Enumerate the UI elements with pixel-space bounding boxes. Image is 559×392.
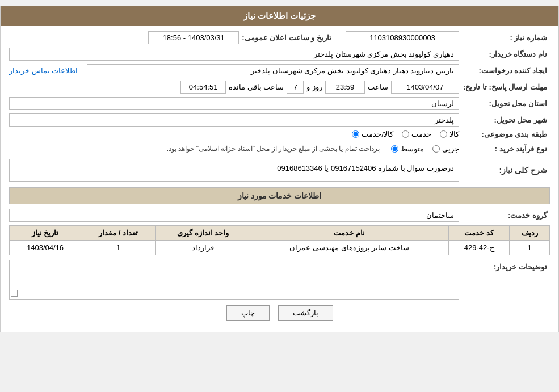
main-container: جزئیات اطلاعات نیاز شماره نیاز : 1103108… <box>0 6 559 332</box>
col-radif: ردیف <box>510 226 550 241</box>
noFarayand-label: نوع فرآیند خرید : <box>459 145 550 153</box>
shahrMahale-label: شهر محل تحویل: <box>459 116 550 124</box>
ijadKonnande-label: ایجاد کننده درخواست: <box>459 66 550 75</box>
mohlatErsal-date: 1403/04/07 <box>391 81 459 94</box>
row-noFarayand: نوع فرآیند خرید : جزیی متوسط پرداخت تمام… <box>9 142 550 155</box>
groheKhadamat-value: ساختمان <box>9 209 459 222</box>
content-area: شماره نیاز : 1103108930000003 تاریخ و سا… <box>1 26 558 332</box>
etelaatTamass-link[interactable]: اطلاعات تماس خریدار <box>9 66 78 75</box>
kala-label: کالا <box>449 130 459 138</box>
shomareNiaz-label: شماره نیاز : <box>459 33 550 42</box>
ostanMahale-label: استان محل تحویل: <box>459 99 550 108</box>
cell-0-4: 1 <box>81 241 156 255</box>
ostanMahale-value: لرستان <box>9 97 459 110</box>
row-mohlatErsal: مهلت ارسال پاسخ: تا تاریخ: 1403/04/07 سا… <box>9 81 550 94</box>
roz-label: روز و <box>306 83 322 91</box>
row-shahrMahale: شهر محل تحویل: پلدختر <box>9 113 550 127</box>
mottavaset-radio[interactable] <box>391 145 398 153</box>
jozi-label: جزیی <box>442 145 459 153</box>
sharh-label: شرح کلی نیاز: <box>459 166 550 175</box>
row-sharh: شرح کلی نیاز: درصورت سوال با شماره 09167… <box>9 159 550 182</box>
khadamat-section-title: اطلاعات خدمات مورد نیاز <box>238 191 322 200</box>
cell-0-3: قرارداد <box>156 241 250 255</box>
table-body: 1ج-42-429ساخت سایر پروژه‌های مهندسی عمرا… <box>10 241 550 255</box>
taarikho-saat-value: 1403/03/31 - 18:56 <box>148 31 239 44</box>
tabagheband-radio-group: کالا خدمت کالا/خدمت <box>352 130 459 138</box>
noFarayand-radio-group: جزیی متوسط پرداخت تمام یا بخشی از مبلغ خ… <box>164 142 459 155</box>
saat-label: ساعت <box>368 83 388 91</box>
col-unit: واحد اندازه گیری <box>156 226 250 241</box>
kala-khadamat-label: کالا/خدمت <box>362 130 393 138</box>
sharh-value: درصورت سوال با شماره 09167152406 یا 0916… <box>9 159 459 182</box>
ijadKonnande-value: نازنین دیناروند دهیار دهیاری کولیوند بخش… <box>87 64 459 77</box>
table-header: ردیف کد خدمت نام خدمت واحد اندازه گیری ت… <box>10 226 550 241</box>
mottavaset-label: متوسط <box>401 145 424 153</box>
kala-radio[interactable] <box>440 130 447 138</box>
khadamat-radio[interactable] <box>402 130 409 138</box>
col-code: کد خدمت <box>448 226 509 241</box>
buttons-row: بازگشت چاپ <box>9 305 550 321</box>
mohlatErsal-roz: 7 <box>287 81 304 94</box>
col-count: تعداد / مقدار <box>81 226 156 241</box>
radio-kala[interactable]: کالا <box>440 130 459 138</box>
namDastgah-label: نام دستگاه خریدار: <box>459 50 550 58</box>
row-groheKhadamat: گروه خدمت: ساختمان <box>9 209 550 222</box>
table-header-row: ردیف کد خدمت نام خدمت واحد اندازه گیری ت… <box>10 226 550 241</box>
page-header: جزئیات اطلاعات نیاز <box>1 6 558 26</box>
row-namDastgah: نام دستگاه خریدار: دهیاری کولیوند بخش مر… <box>9 48 550 61</box>
page-title: جزئیات اطلاعات نیاز <box>243 11 316 20</box>
tozihat-area: توضیحات خریدار: <box>9 260 550 300</box>
radio-mottavaset[interactable]: متوسط <box>391 145 424 153</box>
noFarayand-note: پرداخت تمام یا بخشی از مبلغ خریدار از مح… <box>164 142 383 155</box>
groheKhadamat-label: گروه خدمت: <box>459 211 550 220</box>
mohlatErsal-label: مهلت ارسال پاسخ: تا تاریخ: <box>459 83 550 91</box>
khadamat-section-header: اطلاعات خدمات مورد نیاز <box>9 187 550 204</box>
jozi-radio[interactable] <box>432 145 440 153</box>
taarikho-saat-label: تاریخ و ساعت اعلان عمومی: <box>239 33 334 42</box>
radio-khadamat[interactable]: خدمت <box>402 130 431 138</box>
cell-0-1: ج-42-429 <box>448 241 509 255</box>
cell-0-2: ساخت سایر پروژه‌های مهندسی عمران <box>250 241 449 255</box>
tozihat-box <box>9 260 459 300</box>
radio-jozi[interactable]: جزیی <box>432 145 459 153</box>
mohlatErsal-countdown: 04:54:51 <box>180 81 226 94</box>
namDastgah-value: دهیاری کولیوند بخش مرکزی شهرستان پلدختر <box>9 48 459 61</box>
row-tabagheband: طبقه بندی موضوعی: کالا خدمت کالا/خدمت <box>9 130 550 138</box>
cell-0-5: 1403/04/16 <box>10 241 81 255</box>
shomareNiaz-value: 1103108930000003 <box>346 31 459 44</box>
back-button[interactable]: بازگشت <box>278 305 333 321</box>
mohlatErsal-saat: 23:59 <box>325 81 365 94</box>
shahrMahale-value: پلدختر <box>9 113 459 127</box>
row-ijadKonnande: ایجاد کننده درخواست: نازنین دیناروند دهی… <box>9 64 550 77</box>
khadamat-label: خدمت <box>411 130 431 138</box>
bagi-label: ساعت باقی مانده <box>229 83 284 91</box>
table-row: 1ج-42-429ساخت سایر پروژه‌های مهندسی عمرا… <box>10 241 550 255</box>
col-name: نام خدمت <box>250 226 449 241</box>
services-table: ردیف کد خدمت نام خدمت واحد اندازه گیری ت… <box>9 225 550 255</box>
kala-khadamat-radio[interactable] <box>352 130 359 138</box>
row-shomareNiaz: شماره نیاز : 1103108930000003 تاریخ و سا… <box>9 31 550 44</box>
tabagheband-label: طبقه بندی موضوعی: <box>459 130 550 138</box>
radio-kala-khadamat[interactable]: کالا/خدمت <box>352 130 393 138</box>
print-button[interactable]: چاپ <box>226 305 270 321</box>
cell-0-0: 1 <box>510 241 550 255</box>
tozihat-label: توضیحات خریدار: <box>459 260 550 271</box>
row-ostanMahale: استان محل تحویل: لرستان <box>9 97 550 110</box>
col-date: تاریخ نیاز <box>10 226 81 241</box>
services-table-wrapper: ردیف کد خدمت نام خدمت واحد اندازه گیری ت… <box>9 225 550 255</box>
